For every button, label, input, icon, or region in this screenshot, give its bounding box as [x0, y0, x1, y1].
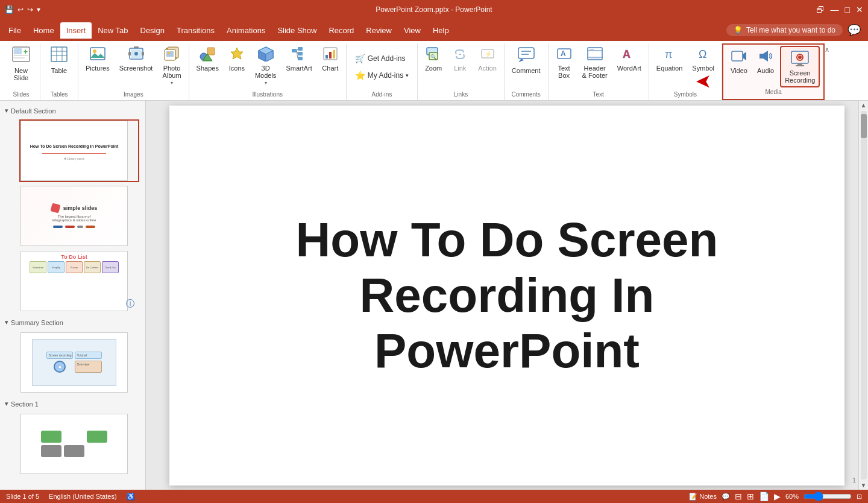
new-slide-button[interactable]: + NewSlide [6, 43, 36, 84]
svg-rect-21 [166, 51, 174, 57]
slide-item-1[interactable]: 1 How To Do Screen Recording In PowerPoi… [2, 119, 143, 182]
notes-button[interactable]: 📝 Notes [689, 493, 717, 501]
section-default-label: Default Section [11, 107, 56, 115]
scroll-thumb[interactable] [861, 114, 867, 138]
slide-thumb-3[interactable]: To Do List Sometime Simplify Pursue Be C… [19, 250, 139, 312]
reading-view-icon[interactable]: 📄 [759, 492, 769, 501]
zoom-button[interactable]: 🔍 Zoom [421, 43, 445, 74]
ribbon-group-slides: + NewSlide Slides [2, 43, 40, 100]
slideshow-icon[interactable]: ▶ [774, 492, 781, 501]
svg-text:A: A [623, 48, 631, 60]
comments-view-icon[interactable]: 💬 [722, 493, 730, 501]
undo-icon[interactable]: ↩ [17, 5, 24, 14]
svg-rect-5 [51, 47, 67, 62]
get-addins-button[interactable]: 🛒 Get Add-ins [350, 52, 410, 65]
tell-me-bar[interactable]: 💡 Tell me what you want to do [726, 24, 843, 36]
title-bar-left: 💾 ↩ ↪ ▾ [5, 5, 40, 14]
ribbon-group-links: 🔍 Zoom Link ⚡ Action Links [418, 43, 505, 100]
menu-home[interactable]: Home [27, 22, 60, 39]
canvas-scrollbar[interactable]: ▲ ▼ [858, 101, 868, 490]
svg-point-22 [168, 52, 170, 54]
smartart-button[interactable]: SmartArt [282, 43, 315, 74]
video-button[interactable]: Video [727, 46, 751, 77]
slide-thumb-5[interactable] [19, 413, 139, 475]
slide-sorter-icon[interactable]: ⊞ [747, 492, 754, 501]
minimize-icon[interactable]: — [831, 5, 839, 14]
save-icon[interactable]: 💾 [5, 5, 14, 14]
customize-icon[interactable]: ▾ [37, 5, 40, 14]
link-label: Link [454, 65, 466, 72]
slide-item-4[interactable]: 4 ★ Screen recording Tutorial ● Overview [2, 331, 143, 394]
3d-models-button[interactable]: 3DModels ▾ [251, 43, 280, 88]
header-footer-button[interactable]: Header& Footer [579, 43, 611, 81]
section-1[interactable]: ▾ Section 1 [2, 396, 143, 410]
menu-insert[interactable]: Insert [60, 22, 92, 39]
text-group-label: Text [552, 90, 645, 100]
text-box-label: TextBox [558, 65, 570, 79]
slide-thumb-1[interactable]: How To Do Screen Recording In PowerPoint… [19, 119, 139, 182]
section-summary-collapse-icon: ▾ [5, 318, 8, 326]
photo-album-button[interactable]: PhotoAlbum ▾ [159, 43, 184, 88]
scroll-up-arrow[interactable]: ▲ [860, 101, 868, 110]
menu-record[interactable]: Record [322, 22, 360, 39]
symbol-button[interactable]: Ω Symbol [688, 43, 718, 74]
menu-slideshow[interactable]: Slide Show [271, 22, 322, 39]
screen-recording-button[interactable]: ScreenRecording [780, 46, 820, 87]
zoom-slider[interactable] [804, 492, 852, 501]
chart-button[interactable]: Chart [318, 43, 342, 74]
wordart-button[interactable]: AA WordArt [614, 43, 645, 74]
menu-view[interactable]: View [398, 22, 427, 39]
fit-slide-icon[interactable]: ⊡ [857, 493, 862, 501]
table-button[interactable]: Table [44, 43, 74, 77]
menu-animations[interactable]: Animations [221, 22, 271, 39]
icons-button[interactable]: Icons [225, 43, 249, 74]
action-icon: ⚡ [479, 46, 496, 63]
screenshot-button[interactable]: Screenshot [116, 43, 157, 74]
menu-help[interactable]: Help [427, 22, 455, 39]
section-summary[interactable]: ▾ Summary Section [2, 315, 143, 329]
my-addins-button[interactable]: ⭐ My Add-ins ▾ [350, 69, 414, 82]
maximize-icon[interactable]: □ [845, 5, 850, 14]
slide-item-3[interactable]: 3 To Do List Sometime Simplify Pursue Be… [2, 250, 143, 312]
audio-button[interactable]: Audio [753, 46, 778, 77]
menu-file[interactable]: File [2, 22, 27, 39]
svg-point-17 [134, 52, 138, 55]
svg-point-11 [93, 49, 96, 53]
action-button[interactable]: ⚡ Action [474, 43, 500, 74]
slide-thumb-2[interactable]: simple slides The largest library ofinfo… [19, 185, 139, 247]
menu-review[interactable]: Review [360, 22, 398, 39]
slide-item-5[interactable]: 5 [2, 413, 143, 475]
text-box-button[interactable]: A TextBox [552, 43, 576, 81]
section-default[interactable]: ▾ Default Section [2, 103, 143, 117]
symbol-icon: Ω [695, 46, 712, 63]
menu-design[interactable]: Design [134, 22, 171, 39]
ribbon-group-media: Video Audio ScreenRecording Media [722, 43, 825, 100]
highlight-arrow: ➤ [696, 72, 710, 92]
equation-button[interactable]: π Equation [653, 43, 686, 74]
title-bar: 💾 ↩ ↪ ▾ PowerPoint Zoom.pptx - PowerPoin… [0, 0, 868, 19]
audio-icon [757, 48, 774, 66]
menu-newtab[interactable]: New Tab [92, 22, 134, 39]
chart-icon [322, 46, 339, 63]
menu-transitions[interactable]: Transitions [171, 22, 221, 39]
scroll-down-arrow[interactable]: ▼ [860, 481, 868, 490]
svg-rect-33 [298, 52, 303, 55]
shapes-button[interactable]: Shapes [193, 43, 222, 74]
restore-icon[interactable]: 🗗 [816, 5, 825, 14]
text-box-icon: A [556, 46, 573, 63]
slide-canvas: ▲ ▼ How To Do Screen Recording In PowerP… [146, 101, 868, 490]
chart-label: Chart [322, 65, 338, 72]
normal-view-icon[interactable]: ⊟ [735, 492, 742, 501]
link-button[interactable]: Link [448, 43, 472, 74]
slide-item-2[interactable]: 2 ★ simple slides The largest library of… [2, 185, 143, 247]
pictures-label: Pictures [86, 65, 110, 72]
close-icon[interactable]: ✕ [856, 5, 863, 14]
ribbon-collapse-button[interactable]: ∧ [825, 46, 829, 103]
header-footer-label: Header& Footer [582, 65, 608, 79]
redo-icon[interactable]: ↪ [27, 5, 33, 14]
pictures-button[interactable]: Pictures [82, 43, 113, 74]
photo-album-label: PhotoAlbum [162, 65, 181, 79]
comment-button[interactable]: Comment [508, 43, 544, 77]
slide-thumb-4[interactable]: Screen recording Tutorial ● Overview [19, 331, 139, 394]
chat-icon[interactable]: 💬 [848, 24, 861, 37]
